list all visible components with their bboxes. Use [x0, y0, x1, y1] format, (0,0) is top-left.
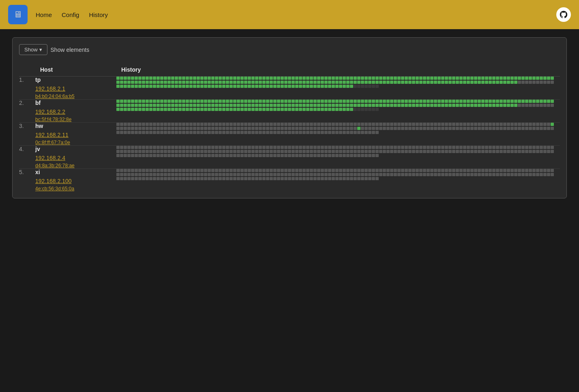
history-block — [310, 123, 313, 126]
history-block — [321, 169, 324, 172]
history-block — [416, 123, 419, 126]
host-mac[interactable]: b4:b0:24:04:6a:b5 — [35, 94, 116, 99]
history-block — [240, 85, 244, 88]
history-block — [547, 150, 550, 153]
history-block — [251, 77, 255, 80]
history-block — [186, 177, 189, 180]
history-block — [339, 169, 342, 172]
history-block — [401, 169, 404, 172]
history-block — [222, 177, 225, 180]
history-block — [405, 81, 408, 84]
history-block — [270, 154, 273, 157]
history-block — [350, 77, 353, 80]
history-block — [434, 104, 437, 107]
history-block — [200, 177, 204, 180]
history-block — [529, 169, 532, 172]
history-block — [313, 123, 317, 126]
history-block — [328, 104, 331, 107]
history-block — [543, 81, 547, 84]
nav-home[interactable]: Home — [36, 11, 52, 18]
history-block — [507, 77, 510, 80]
history-block — [116, 169, 120, 172]
history-block — [138, 154, 142, 157]
history-block — [233, 169, 236, 172]
history-block — [124, 108, 127, 111]
history-block — [233, 131, 236, 134]
history-block — [518, 127, 521, 130]
history-block — [529, 127, 532, 130]
history-block — [167, 104, 171, 107]
history-block — [299, 173, 302, 176]
history-block — [332, 146, 335, 149]
history-block — [135, 85, 138, 88]
history-block — [332, 177, 335, 180]
history-block — [324, 127, 328, 130]
history-block — [386, 127, 390, 130]
history-block — [346, 100, 350, 103]
host-ip[interactable]: 192.168.2.4 — [35, 155, 116, 161]
history-block — [116, 100, 120, 103]
host-ip[interactable]: 192.168.2.2 — [35, 109, 116, 115]
history-block — [171, 173, 174, 176]
host-ip[interactable]: 192.168.2.100 — [35, 178, 116, 184]
history-block — [215, 127, 218, 130]
github-icon[interactable] — [556, 7, 571, 22]
host-mac[interactable]: d4:8a:3b:26:78:ae — [35, 163, 116, 168]
host-mac[interactable]: 4e:cb:56:3d:65:0a — [35, 186, 116, 192]
history-block — [270, 85, 273, 88]
show-button[interactable]: Show ▾ — [19, 44, 47, 55]
app-logo: 🖥 — [8, 5, 28, 24]
history-block — [219, 169, 222, 172]
history-block — [332, 77, 335, 80]
history-block — [521, 127, 525, 130]
history-block — [171, 154, 174, 157]
history-block — [229, 127, 233, 130]
history-block — [408, 150, 412, 153]
history-block — [328, 177, 331, 180]
history-block — [354, 81, 357, 84]
history-block — [222, 108, 225, 111]
history-block — [233, 146, 236, 149]
history-block — [379, 169, 382, 172]
history-block — [229, 85, 233, 88]
history-block — [124, 100, 127, 103]
history-block — [368, 81, 371, 84]
history-block — [368, 173, 371, 176]
history-block — [368, 104, 371, 107]
history-block — [317, 85, 320, 88]
history-block — [430, 146, 433, 149]
history-block — [324, 173, 328, 176]
history-block — [310, 77, 313, 80]
history-block — [361, 154, 364, 157]
history-block — [142, 104, 145, 107]
row-number: 2. — [19, 100, 35, 123]
history-block — [189, 177, 193, 180]
history-block — [299, 100, 302, 103]
host-ip[interactable]: 192.168.2.1 — [35, 85, 116, 92]
history-block — [343, 177, 346, 180]
history-block — [346, 85, 350, 88]
host-mac[interactable]: bc:5f:f4:78:32:8e — [35, 117, 116, 122]
history-block — [120, 146, 123, 149]
history-block — [131, 100, 134, 103]
nav-history[interactable]: History — [89, 11, 108, 18]
history-block — [259, 150, 262, 153]
history-row — [116, 108, 560, 111]
nav-config[interactable]: Config — [62, 11, 79, 18]
history-block — [350, 173, 353, 176]
history-block — [182, 108, 185, 111]
history-block — [229, 81, 233, 84]
history-block — [452, 173, 455, 176]
history-block — [324, 108, 328, 111]
history-block — [521, 146, 525, 149]
host-ip[interactable]: 192.168.2.11 — [35, 132, 116, 138]
host-mac[interactable]: 0c:8f:ff:67:7a:0e — [35, 140, 116, 145]
history-block — [222, 154, 225, 157]
history-block — [551, 173, 554, 176]
history-block — [401, 146, 404, 149]
history-block — [142, 177, 145, 180]
history-block — [211, 85, 214, 88]
history-block — [401, 104, 404, 107]
history-block — [266, 131, 269, 134]
history-block — [306, 154, 309, 157]
